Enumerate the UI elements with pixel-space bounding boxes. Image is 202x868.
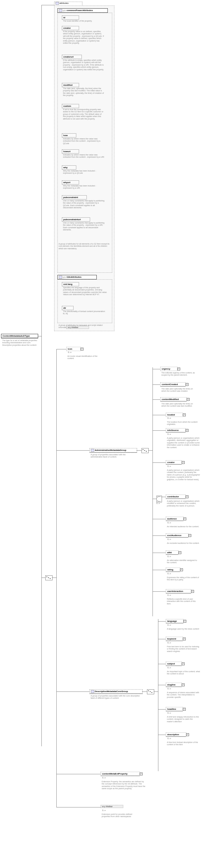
attr-id-desc: The local identifier of the property. [62, 19, 97, 23]
altid-desc: An alternative identifier assigned to th… [166, 559, 201, 564]
attr-custom-desc: If set to true the corresponding propert… [62, 108, 106, 121]
headline-card: 0..∞ [167, 712, 171, 714]
expand-audience[interactable]: + [183, 518, 186, 520]
audience-card: 0..∞ [167, 522, 171, 524]
attr-dir-desc: The directionality of textual content (e… [62, 310, 108, 316]
elem-contentmetaext: contentMetaExtProperty [101, 772, 140, 776]
userinteraction-desc: Reflects a specific kind of user interac… [166, 597, 201, 606]
any-other-desc: Extension point for provider-defined pro… [101, 813, 141, 818]
attr-pubconstrainturi-desc: One or many constraints that apply to pu… [62, 221, 106, 232]
urgency-desc: The editorial urgency of the content, as… [160, 371, 198, 377]
expand-slugline[interactable]: + [182, 683, 184, 686]
located-desc: The location from which the content orig… [166, 421, 201, 426]
commonpower-desc: A group of attributes for all elements o… [58, 242, 112, 250]
keyword-card: 0..∞ [167, 642, 171, 644]
subject-card: 0..∞ [167, 666, 171, 669]
subject-desc: An important topic of the content; what … [166, 670, 201, 676]
desc-group-box: DescriptiveMetadataCoreGroup [90, 689, 143, 694]
any-other-card: 0..∞ [102, 809, 106, 811]
elem-contentcreated: contentCreated [160, 382, 186, 387]
ext-desc: Extension Property: the semantics are de… [101, 780, 147, 790]
attr-howuri-desc: Indicates by which means the value was e… [62, 153, 106, 159]
expand-contentmodified[interactable]: + [187, 398, 190, 401]
icon-card: 0..∞ [68, 351, 72, 353]
elem-contentmodified: contentModified [160, 397, 187, 402]
keyword-desc: Free-text term to be used for indexing o… [166, 645, 201, 653]
root-type-box: ContentMetadataAcDType [1, 334, 38, 338]
contentcreated-desc: The date (and optionally the time) on wh… [160, 387, 198, 393]
userinteraction-card: 0..∞ [167, 594, 171, 596]
elem-infosource: infoSource [166, 428, 186, 433]
admin-group-desc: A group of properties associated with th… [90, 453, 139, 459]
expand-contributor[interactable]: + [186, 495, 189, 498]
elem-subject: subject [166, 662, 182, 666]
attr-creatoruri: creatoruri [62, 55, 82, 59]
audience-desc: An intended audience for the content. [166, 525, 201, 528]
expand-contentcreated[interactable]: + [186, 383, 189, 386]
elem-located: located [166, 413, 183, 417]
expand-keyword[interactable]: + [183, 638, 186, 640]
expand-userinteraction[interactable]: + [191, 590, 194, 593]
desc-group-label: DescriptiveMetadataCoreGroup [95, 690, 128, 693]
elem-exclaudience: exclAudience [166, 533, 189, 538]
expand-creator[interactable]: + [182, 461, 184, 464]
rating-desc: Expresses the rating of the content of t… [166, 576, 201, 582]
grp-icon-3 [91, 449, 94, 452]
elem-rating: rating [166, 567, 180, 572]
elem-headline: headline [166, 707, 183, 711]
infosource-card: 0..∞ [167, 433, 171, 435]
elem-audience: audience [166, 517, 183, 521]
expand-contentmetaext[interactable]: + [140, 773, 143, 775]
attributes-icon [56, 2, 59, 5]
attr-creator: creator [62, 26, 79, 30]
ext-card: 0..∞ [102, 777, 106, 779]
creator-card: 0..∞ [167, 465, 171, 467]
expand-infosource[interactable]: + [186, 429, 189, 432]
main-sequence [45, 575, 53, 580]
headline-desc: A brief and snappy introduction to the c… [166, 715, 201, 723]
icon-desc: An iconic visual identification of the c… [66, 354, 102, 361]
exclaudience-card: 0..∞ [167, 538, 171, 540]
altid-card: 0..∞ [167, 555, 171, 557]
attr-howuri: howuri [62, 149, 79, 154]
elem-keyword: keyword [166, 637, 183, 641]
elem-altid: altId [166, 551, 178, 555]
elem-icon: icon [66, 347, 81, 351]
expand-exclaudience[interactable]: + [189, 534, 191, 537]
expand-icon[interactable]: + [81, 348, 83, 350]
located-card: 0..∞ [167, 417, 171, 419]
elem-language: language [166, 619, 183, 623]
choice-connector [157, 496, 162, 502]
expand-description[interactable]: + [186, 733, 189, 736]
attr-dir: dir [62, 306, 73, 310]
attributes-label: attributes [59, 2, 69, 4]
slugline-desc: A sequence of tokens associated with the… [166, 691, 201, 699]
attr-any-other: any ##other [66, 326, 89, 329]
description-card: 0..∞ [167, 738, 171, 739]
rating-card: 0..∞ [167, 572, 171, 575]
admin-group-label: AdministrativeMetadataGroup [95, 449, 126, 452]
attr-how: how [62, 133, 76, 137]
attr-id: id [62, 16, 79, 20]
i18n-label: i18nAttributes [67, 276, 81, 278]
commonpower-box: grp commonPowerAttributes [58, 8, 108, 13]
expand-language[interactable]: + [183, 620, 186, 623]
commonpower-label: commonPowerAttributes [67, 9, 93, 11]
infosource-desc: A party (person or organisation) which o… [166, 436, 201, 449]
attr-why: why [62, 165, 76, 169]
root-desc: The type for a set of metadata propertie… [1, 339, 40, 347]
expand-altid[interactable]: + [178, 551, 181, 554]
expand-rating[interactable]: + [180, 568, 183, 571]
attr-whyuri: whyuri [62, 180, 79, 185]
language-card: 0..∞ [167, 624, 171, 626]
root-title: ContentMetadataAcDType [1, 334, 38, 338]
i18n-box: grp i18nAttributes [58, 275, 97, 279]
expand-urgency[interactable]: + [177, 368, 180, 370]
expand-subject[interactable]: + [182, 662, 184, 665]
exclaudience-desc: An excluded audience for the content. [166, 541, 201, 545]
expand-headline[interactable]: + [183, 708, 186, 711]
expand-located[interactable]: + [183, 413, 186, 416]
any-other-tail: any ##other [101, 805, 123, 808]
grp-icon-4 [91, 690, 94, 693]
grp-icon-2 [59, 276, 62, 279]
